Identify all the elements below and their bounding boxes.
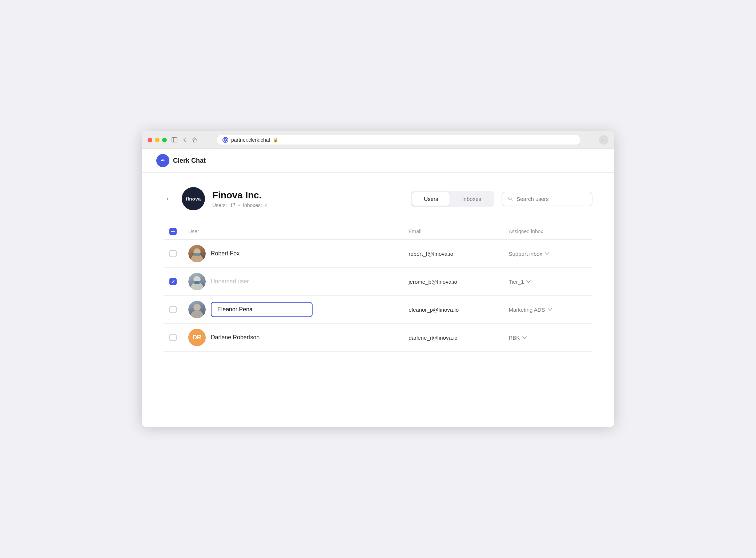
table-row: Robert Foxrobert_f@finova.ioSupport inbo…: [164, 240, 592, 268]
inbox-name: RBK: [509, 335, 520, 341]
user-name: Robert Fox: [211, 250, 240, 257]
company-logo: finova: [182, 187, 205, 210]
back-nav-icon[interactable]: [181, 137, 188, 143]
traffic-lights: [148, 138, 167, 142]
table-row: eleanor_p@finova.ioMarketing ADS: [164, 296, 592, 324]
svg-line-7: [511, 199, 512, 201]
header-user: User: [182, 223, 403, 240]
user-name-input[interactable]: [211, 302, 313, 317]
inbox-name: Marketing ADS: [509, 307, 545, 313]
browser-window: partner.clerk.chat 🔒 ··· Clerk Chat ← fi…: [142, 131, 614, 427]
tab-users[interactable]: Users: [412, 192, 450, 206]
header-checkbox[interactable]: [169, 228, 177, 235]
lock-icon: 🔒: [273, 137, 278, 142]
close-traffic-light[interactable]: [148, 138, 152, 142]
main-content: ← finova Finova Inc. Users: 17 Inboxes: …: [142, 173, 614, 427]
chevron-down-icon: [544, 251, 550, 256]
avatar: DR: [188, 329, 206, 346]
sidebar-toggle-icon[interactable]: [171, 137, 178, 143]
search-input[interactable]: [516, 196, 586, 202]
svg-rect-0: [172, 138, 177, 142]
app-logo-icon: [156, 154, 169, 167]
minimize-traffic-light[interactable]: [155, 138, 160, 142]
inbox-name: Support inbox: [509, 251, 543, 257]
app-logo: Clerk Chat: [156, 154, 206, 167]
browser-menu-button[interactable]: ···: [599, 135, 608, 145]
inbox-dropdown[interactable]: Marketing ADS: [509, 307, 587, 313]
chevron-down-icon: [547, 307, 552, 312]
svg-point-5: [162, 160, 164, 161]
company-meta: Users: 17 Inboxes: 4: [212, 202, 403, 208]
header-checkbox-cell: [164, 223, 182, 240]
user-email: robert_f@finova.io: [403, 240, 503, 268]
site-favicon: [222, 137, 228, 143]
header-email: Email: [403, 223, 503, 240]
svg-point-16: [193, 304, 201, 311]
inbox-name: Tier_1: [509, 279, 524, 285]
search-icon: [508, 196, 513, 202]
browser-controls: partner.clerk.chat 🔒 ···: [148, 135, 608, 145]
users-label: Users:: [212, 202, 227, 208]
chevron-down-icon: [522, 335, 527, 340]
users-table: User Email Assigned inbox Robert Foxrobe…: [164, 223, 592, 352]
user-name: Unnamed user: [211, 278, 249, 285]
table-header-row: User Email Assigned inbox: [164, 223, 592, 240]
tab-group: Users Inboxes: [411, 191, 494, 207]
header-inbox: Assigned inbox: [503, 223, 592, 240]
user-name: Darlene Robertson: [211, 334, 260, 341]
app-header: Clerk Chat: [142, 149, 614, 173]
avatar: [188, 273, 206, 290]
inbox-dropdown[interactable]: RBK: [509, 335, 587, 341]
company-name: Finova Inc.: [212, 190, 403, 201]
svg-point-17: [191, 310, 203, 318]
user-email: eleanor_p@finova.io: [403, 296, 503, 324]
user-cell: Robert Fox: [188, 245, 397, 262]
user-cell: Unnamed user: [188, 273, 397, 290]
svg-rect-2: [193, 140, 196, 142]
row-checkbox[interactable]: [169, 278, 177, 285]
maximize-traffic-light[interactable]: [162, 138, 167, 142]
user-email: jerome_b@finova.io: [403, 268, 503, 296]
inbox-dropdown[interactable]: Tier_1: [509, 279, 587, 285]
browser-chrome: partner.clerk.chat 🔒 ···: [142, 131, 614, 149]
browser-nav: [171, 137, 198, 143]
tab-inboxes[interactable]: Inboxes: [450, 192, 493, 206]
meta-separator: [238, 205, 240, 206]
svg-rect-15: [194, 281, 200, 284]
home-icon[interactable]: [192, 137, 198, 143]
user-cell: DRDarlene Robertson: [188, 329, 397, 346]
table-row: DRDarlene Robertsondarlene_r@finova.ioRB…: [164, 324, 592, 352]
avatar: [188, 301, 206, 318]
avatar: [188, 245, 206, 262]
user-cell: [188, 301, 397, 318]
table-row: Unnamed userjerome_b@finova.ioTier_1: [164, 268, 592, 296]
address-bar[interactable]: partner.clerk.chat 🔒: [217, 135, 580, 145]
app-title: Clerk Chat: [173, 157, 206, 165]
row-checkbox[interactable]: [169, 250, 177, 257]
svg-rect-11: [194, 253, 200, 256]
inboxes-label: Inboxes:: [243, 202, 262, 208]
inbox-dropdown[interactable]: Support inbox: [509, 251, 587, 257]
company-header: ← finova Finova Inc. Users: 17 Inboxes: …: [164, 187, 592, 210]
row-checkbox[interactable]: [169, 306, 177, 313]
chevron-down-icon: [526, 279, 531, 284]
back-button[interactable]: ←: [164, 193, 174, 205]
row-checkbox[interactable]: [169, 334, 177, 341]
users-count: 17: [230, 202, 236, 208]
company-info: Finova Inc. Users: 17 Inboxes: 4: [212, 190, 403, 208]
inboxes-count: 4: [265, 202, 268, 208]
url-text: partner.clerk.chat: [231, 137, 270, 143]
search-box[interactable]: [502, 192, 592, 206]
svg-point-6: [508, 197, 511, 200]
user-email: darlene_r@finova.io: [403, 324, 503, 352]
